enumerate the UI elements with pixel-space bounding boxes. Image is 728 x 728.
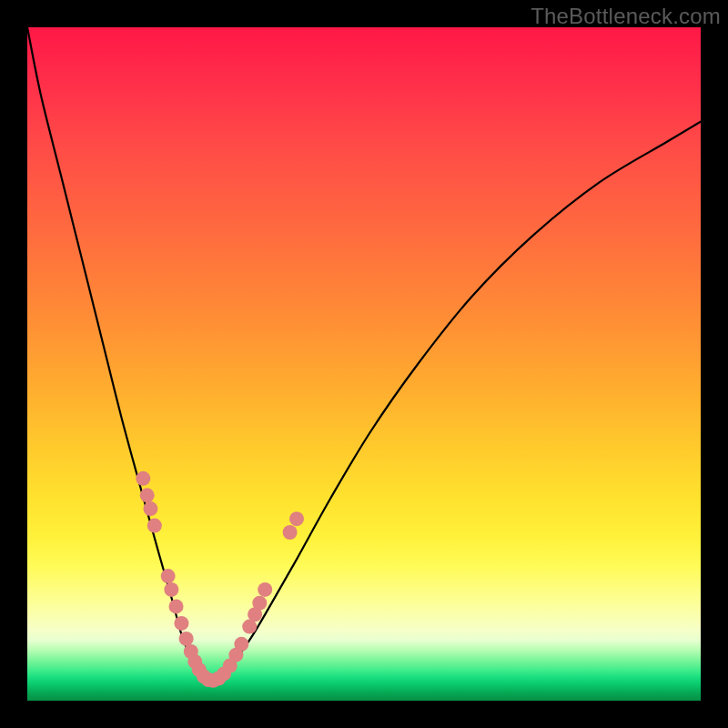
bead-marker [143, 501, 157, 516]
bead-marker [174, 616, 188, 631]
bead-marker [283, 525, 298, 540]
bead-marker [258, 582, 272, 597]
bead-group [136, 471, 304, 688]
v-curve [27, 27, 701, 681]
curve-svg [27, 27, 701, 701]
plot-area [27, 27, 701, 701]
bead-marker [161, 569, 176, 583]
bead-marker [147, 519, 162, 533]
bead-marker [252, 596, 267, 611]
bead-marker [179, 632, 194, 646]
bead-marker [234, 637, 248, 652]
bead-marker [136, 471, 150, 486]
bead-marker [289, 511, 304, 526]
watermark-text: TheBottleneck.com [531, 4, 721, 29]
chart-frame: TheBottleneck.com [0, 0, 728, 728]
bead-marker [164, 582, 178, 597]
bead-marker [140, 488, 155, 502]
bead-marker [169, 599, 184, 613]
